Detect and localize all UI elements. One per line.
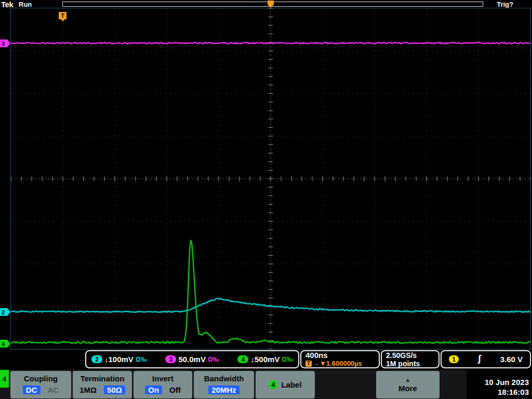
- oscilloscope-ui: Tek Run Trig? T 3 2 4 2 ↓100mV Ω‰ 3 50.0…: [0, 0, 532, 399]
- trigger-delay-icon: T: [305, 361, 312, 367]
- trigger-source-badge[interactable]: 1: [449, 355, 459, 363]
- date: 10 Jun 2023: [467, 377, 529, 387]
- channel-3-ground-marker[interactable]: 3: [0, 39, 10, 47]
- time: 18:16:03: [467, 387, 529, 397]
- trigger-readout[interactable]: 1 ∫ 3.60 V: [441, 350, 531, 368]
- invert-on-option[interactable]: On: [145, 385, 162, 394]
- trigger-level: 3.60 V: [500, 355, 523, 364]
- termination-title: Termination: [81, 374, 125, 383]
- label-channel-badge: 4: [269, 380, 277, 389]
- ch3-badge[interactable]: 3: [165, 355, 176, 363]
- timebase-value: 400ns: [305, 351, 328, 360]
- ch4-scale: ↓500mV: [250, 355, 280, 364]
- date-time-display: 10 Jun 2023 18:16:03: [467, 370, 532, 399]
- more-text: More: [398, 384, 417, 393]
- trigger-point-flag[interactable]: T: [59, 12, 66, 19]
- trigger-slope-icon: ∫: [478, 353, 481, 364]
- invert-title: Invert: [152, 374, 174, 383]
- coupling-dc-option[interactable]: DC: [23, 385, 41, 394]
- coupling-title: Coupling: [24, 374, 58, 383]
- ch2-badge[interactable]: 2: [91, 355, 102, 363]
- bandwidth-button[interactable]: Bandwidth 20MHz: [194, 371, 254, 398]
- ch4-readout[interactable]: 4 ↓500mV Ω‰: [237, 355, 293, 364]
- ch2-readout[interactable]: 2 ↓100mV Ω‰: [91, 355, 147, 364]
- bottom-menu-bar: 4 Coupling DC AC Termination 1MΩ 50Ω Inv…: [0, 370, 532, 399]
- ch3-readout[interactable]: 3 50.0mV Ω‰: [165, 355, 219, 364]
- label-text: Label: [281, 380, 301, 389]
- invert-off-option[interactable]: Off: [169, 385, 181, 394]
- ch2-scale: ↓100mV: [104, 355, 134, 364]
- termination-button[interactable]: Termination 1MΩ 50Ω: [73, 371, 132, 398]
- ch4-badge[interactable]: 4: [237, 355, 248, 363]
- label-button[interactable]: 4 Label: [256, 371, 315, 398]
- timebase-readout[interactable]: 400ns T →▼1.600000µs: [300, 350, 380, 368]
- channel-2-ground-marker[interactable]: 2: [0, 308, 10, 316]
- record-length: 1M points: [386, 360, 420, 368]
- ch3-termination-bw-indicators: Ω‰: [208, 356, 219, 363]
- record-view-bar: [62, 2, 483, 7]
- termination-50ohm-option[interactable]: 50Ω: [104, 385, 125, 394]
- record-trigger-position-marker[interactable]: [268, 1, 274, 8]
- acquisition-status: Run: [19, 1, 32, 8]
- coupling-ac-option[interactable]: AC: [48, 385, 59, 394]
- trigger-delay: T →▼1.600000µs: [305, 360, 362, 367]
- bandwidth-20mhz-option[interactable]: 20MHz: [208, 385, 240, 394]
- bandwidth-title: Bandwidth: [204, 374, 244, 383]
- channel-4-menu-tab[interactable]: 4: [0, 370, 9, 388]
- coupling-button[interactable]: Coupling DC AC: [10, 371, 71, 398]
- channel-4-ground-marker[interactable]: 4: [0, 340, 10, 348]
- waveform-traces: [11, 8, 530, 349]
- trigger-delay-value: →▼1.600000µs: [313, 360, 362, 367]
- more-up-arrow-icon: ▲: [405, 377, 411, 383]
- termination-1mohm-option[interactable]: 1MΩ: [79, 385, 97, 394]
- invert-button[interactable]: Invert On Off: [134, 371, 192, 398]
- ch4-termination-bw-indicators: Ω‰: [282, 356, 293, 363]
- sample-rate: 2.50GS/s: [386, 351, 417, 360]
- ch3-scale: 50.0mV: [178, 355, 206, 364]
- trigger-status: Trig?: [497, 1, 513, 8]
- ch2-termination-bw-indicators: Ω‰: [136, 356, 147, 363]
- more-button[interactable]: ▲ More: [376, 371, 440, 398]
- acquisition-readout[interactable]: 2.50GS/s 1M points: [381, 350, 440, 368]
- graticule: [10, 8, 531, 350]
- channel-scale-readouts[interactable]: 2 ↓100mV Ω‰ 3 50.0mV Ω‰ 4 ↓500mV Ω‰: [85, 350, 299, 368]
